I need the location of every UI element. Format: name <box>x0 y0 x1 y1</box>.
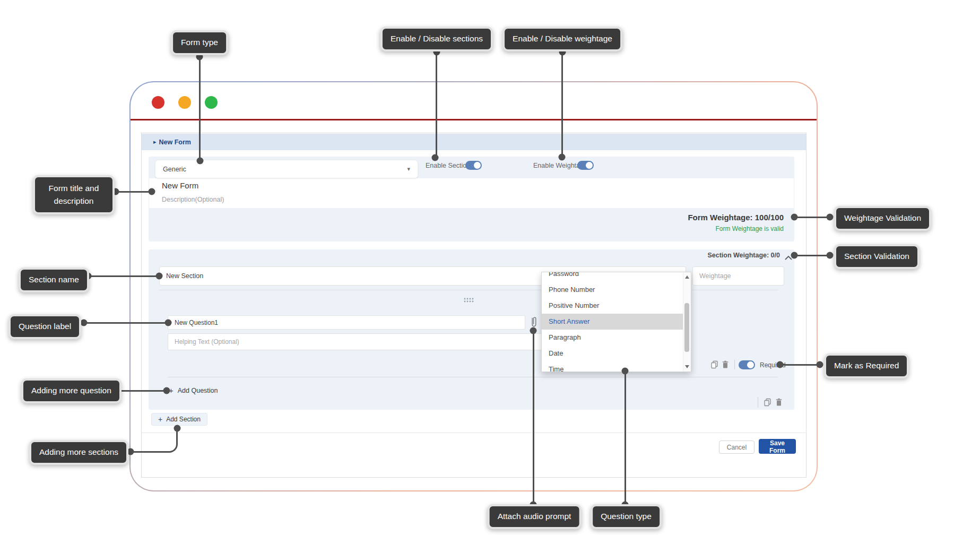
callout-question-type: Question type <box>591 504 662 529</box>
connector-dot <box>432 154 439 161</box>
callout-weightage-validation: Weightage Validation <box>834 206 931 231</box>
topbar-accent-line <box>131 119 817 120</box>
copy-section-button[interactable] <box>764 398 772 407</box>
dropdown-option-positive-number[interactable]: Positive Number <box>542 298 684 314</box>
connector-dot <box>165 320 172 326</box>
connector-line <box>780 364 820 366</box>
breadcrumb-arrow-icon: ▸ <box>153 139 157 145</box>
question-label-input[interactable] <box>168 315 525 330</box>
callout-section-name: Section name <box>19 267 89 292</box>
enable-sections-toggle[interactable] <box>465 161 482 170</box>
connector-dot <box>791 214 798 221</box>
connector-dot <box>827 252 834 259</box>
connector-line <box>436 52 437 158</box>
window-close-button[interactable] <box>152 96 164 109</box>
connector-dot <box>156 273 163 280</box>
connector-dot <box>530 327 537 334</box>
screenshot-stage: ▸ New Form Generic ▾ Enable Sections Ena… <box>0 0 980 544</box>
callout-enable-weightage: Enable / Disable weightage <box>502 27 622 51</box>
breadcrumb-label: New Form <box>159 139 191 146</box>
trash-icon <box>721 362 730 370</box>
connector-dot <box>817 361 823 368</box>
dropdown-option-paragraph[interactable]: Paragraph <box>542 330 684 346</box>
callout-adding-sections: Adding more sections <box>29 440 128 465</box>
footer-divider <box>142 433 806 433</box>
section-weightage-text: Section Weightage: 0/0 <box>584 252 780 259</box>
delete-section-button[interactable] <box>775 398 783 407</box>
required-toggle[interactable] <box>739 360 755 369</box>
drag-handle-icon[interactable] <box>464 295 474 305</box>
dropdown-option-date[interactable]: Date <box>542 346 684 361</box>
callout-mark-required: Mark as Required <box>824 353 909 378</box>
connector-line <box>118 390 167 392</box>
connector-dot <box>777 361 784 368</box>
connector-dot <box>827 214 834 221</box>
scroll-up-icon[interactable] <box>685 275 689 279</box>
add-question-label: Add Question <box>178 387 218 394</box>
dropdown-scrollbar[interactable] <box>683 272 691 372</box>
question-block-bottom-border <box>168 377 778 377</box>
connector-dot <box>81 320 88 326</box>
connector-dot <box>622 368 629 375</box>
chevron-down-icon: ▾ <box>407 166 410 172</box>
enable-weightage-toggle[interactable] <box>577 161 594 170</box>
connector-line <box>199 57 201 161</box>
callout-enable-sections: Enable / Disable sections <box>380 27 493 51</box>
connector-dot <box>149 188 155 195</box>
connector-dot <box>791 252 798 259</box>
connector-line <box>116 191 152 193</box>
callout-adding-question: Adding more question <box>21 378 122 403</box>
form-weightage-text: Form Weightage: 100/100 <box>531 213 784 222</box>
add-question-button[interactable]: + Add Question <box>169 386 218 395</box>
attach-audio-button[interactable] <box>529 316 539 329</box>
form-description-input[interactable] <box>161 195 481 204</box>
required-row-divider <box>734 360 735 369</box>
copy-icon <box>764 400 772 408</box>
form-weightage-valid-text: Form Weightage is valid <box>531 225 784 232</box>
scrollbar-thumb[interactable] <box>684 303 689 352</box>
section-actions-divider <box>758 397 758 408</box>
connector-dot <box>197 158 204 165</box>
form-type-value: Generic <box>163 166 186 173</box>
copy-icon <box>710 362 719 370</box>
window-maximize-button[interactable] <box>205 96 218 109</box>
trash-icon <box>775 400 783 408</box>
callout-form-title: Form title and description <box>33 175 115 214</box>
connector-line <box>88 275 159 277</box>
connector-dot <box>163 387 170 394</box>
connector-line <box>533 331 534 505</box>
window-minimize-button[interactable] <box>178 96 191 109</box>
callout-question-label: Question label <box>8 314 81 339</box>
dropdown-option-phone-number[interactable]: Phone Number <box>542 282 684 298</box>
callout-attach-audio: Attach audio prompt <box>488 504 582 529</box>
copy-question-button[interactable] <box>710 360 719 369</box>
dropdown-option-short-answer[interactable]: Short Answer <box>542 314 684 330</box>
save-form-button[interactable]: Save Form <box>759 439 796 454</box>
section-weightage-input[interactable] <box>692 266 784 286</box>
delete-question-button[interactable] <box>721 360 730 369</box>
plus-icon: + <box>158 415 162 424</box>
dropdown-option-password[interactable]: Password <box>542 272 684 282</box>
connector-line <box>794 255 830 256</box>
dropdown-option-time[interactable]: Time <box>542 361 684 372</box>
connector-dot <box>559 154 566 161</box>
connector-dot <box>174 425 181 432</box>
connector-line <box>561 52 563 157</box>
add-section-label: Add Section <box>166 416 201 423</box>
form-title-input[interactable] <box>161 180 481 191</box>
connector-line <box>84 322 168 324</box>
cancel-button[interactable]: Cancel <box>719 441 754 454</box>
connector-line <box>625 371 626 505</box>
scroll-down-icon[interactable] <box>685 365 689 368</box>
callout-form-type: Form type <box>171 30 228 55</box>
question-type-dropdown: Password Phone Number Positive Number Sh… <box>541 272 691 372</box>
breadcrumb[interactable]: ▸ New Form <box>142 134 806 150</box>
connector-line <box>794 217 830 218</box>
add-section-button[interactable]: + Add Section <box>151 413 207 426</box>
callout-section-validation: Section Validation <box>834 244 920 269</box>
connector-line <box>131 428 178 453</box>
form-type-select[interactable]: Generic ▾ <box>155 160 418 178</box>
